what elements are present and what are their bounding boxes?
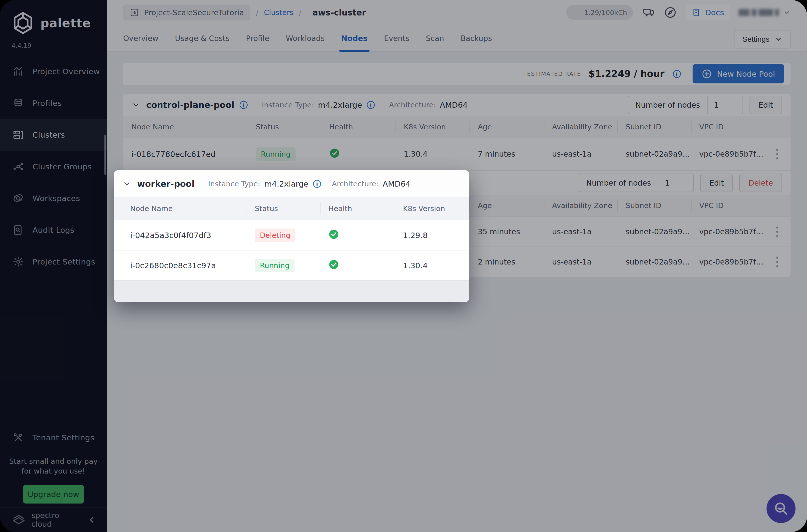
- collapse-pool-icon[interactable]: [123, 179, 131, 188]
- instance-type-value: m4.2xlarge: [264, 179, 308, 188]
- node-name: i-042a5a3c0f4f07df3: [114, 231, 247, 240]
- instance-type-label: Instance Type:: [208, 179, 260, 188]
- health-check-icon: [328, 259, 339, 270]
- architecture-label: Architecture:: [332, 179, 378, 188]
- pool-name: worker-pool: [137, 179, 195, 189]
- status-badge: Deleting: [255, 229, 295, 242]
- status-badge: Running: [255, 259, 295, 272]
- architecture-value: AMD64: [383, 179, 411, 188]
- worker-pool-spotlight-card: worker-pool Instance Type: m4.2xlarge Ar…: [114, 170, 469, 302]
- worker-pool-header: worker-pool Instance Type: m4.2xlarge Ar…: [114, 170, 469, 197]
- table-header-row: Node Name Status Health K8s Version: [114, 197, 469, 220]
- app-window: palette 4.4.19 Project Overview Profiles…: [0, 0, 807, 532]
- k8s-version: 1.30.4: [395, 261, 469, 270]
- k8s-version: 1.29.8: [395, 231, 469, 240]
- health-check-icon: [328, 229, 339, 240]
- card-footer-strip: [114, 280, 469, 302]
- table-row: i-0c2680c0e8c31c97a Running 1.30.4: [114, 250, 469, 280]
- info-icon[interactable]: [312, 179, 322, 189]
- node-name: i-0c2680c0e8c31c97a: [114, 261, 247, 270]
- table-row: i-042a5a3c0f4f07df3 Deleting 1.29.8: [114, 220, 469, 250]
